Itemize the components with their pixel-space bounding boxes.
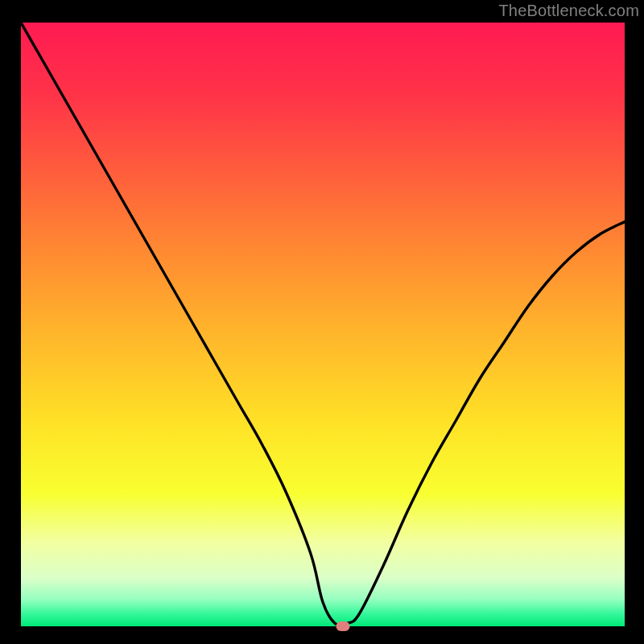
gradient-background [21,23,625,626]
plot-area [21,23,625,626]
optimum-marker [336,621,349,631]
chart-stage: TheBottleneck.com [0,0,644,644]
plot-svg [21,23,625,626]
attribution-text: TheBottleneck.com [498,2,639,20]
